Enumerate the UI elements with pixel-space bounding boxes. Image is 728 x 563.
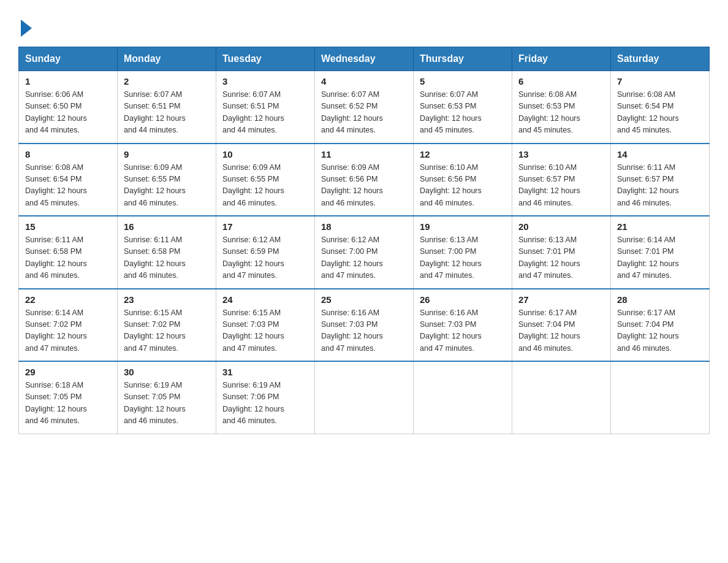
calendar-cell: 5Sunrise: 6:07 AMSunset: 6:53 PMDaylight… [414, 71, 512, 144]
day-info: Sunrise: 6:08 AMSunset: 6:53 PMDaylight:… [518, 89, 604, 137]
day-info: Sunrise: 6:07 AMSunset: 6:53 PMDaylight:… [420, 89, 506, 137]
calendar-cell: 25Sunrise: 6:16 AMSunset: 7:03 PMDayligh… [315, 289, 414, 362]
day-number: 28 [617, 294, 703, 305]
day-number: 27 [518, 294, 604, 305]
calendar-cell: 18Sunrise: 6:12 AMSunset: 7:00 PMDayligh… [315, 216, 414, 289]
day-info: Sunrise: 6:09 AMSunset: 6:55 PMDaylight:… [124, 162, 210, 210]
calendar-cell: 24Sunrise: 6:15 AMSunset: 7:03 PMDayligh… [216, 289, 315, 362]
day-number: 9 [124, 149, 210, 159]
day-number: 25 [321, 294, 407, 305]
calendar-cell: 17Sunrise: 6:12 AMSunset: 6:59 PMDayligh… [216, 216, 315, 289]
day-info: Sunrise: 6:10 AMSunset: 6:56 PMDaylight:… [420, 162, 506, 210]
day-number: 20 [518, 221, 604, 232]
calendar-cell: 22Sunrise: 6:14 AMSunset: 7:02 PMDayligh… [19, 289, 118, 362]
calendar-cell: 10Sunrise: 6:09 AMSunset: 6:55 PMDayligh… [216, 144, 315, 216]
day-number: 26 [420, 294, 506, 305]
calendar-cell: 8Sunrise: 6:08 AMSunset: 6:54 PMDaylight… [19, 144, 118, 216]
day-info: Sunrise: 6:11 AMSunset: 6:57 PMDaylight:… [617, 162, 703, 210]
day-number: 22 [25, 294, 111, 305]
calendar-cell [512, 361, 611, 434]
calendar-cell: 21Sunrise: 6:14 AMSunset: 7:01 PMDayligh… [611, 216, 710, 289]
calendar-cell: 2Sunrise: 6:07 AMSunset: 6:51 PMDaylight… [118, 71, 216, 144]
day-number: 5 [420, 76, 506, 86]
day-info: Sunrise: 6:12 AMSunset: 6:59 PMDaylight:… [222, 234, 308, 282]
calendar-header-monday: Monday [118, 47, 216, 71]
day-number: 10 [222, 149, 308, 159]
calendar-cell: 1Sunrise: 6:06 AMSunset: 6:50 PMDaylight… [19, 71, 118, 144]
day-info: Sunrise: 6:13 AMSunset: 7:00 PMDaylight:… [420, 234, 506, 282]
day-info: Sunrise: 6:18 AMSunset: 7:05 PMDaylight:… [25, 380, 111, 427]
calendar-cell: 16Sunrise: 6:11 AMSunset: 6:58 PMDayligh… [118, 216, 216, 289]
logo [18, 18, 32, 34]
calendar-header-thursday: Thursday [414, 47, 512, 71]
calendar-cell: 30Sunrise: 6:19 AMSunset: 7:05 PMDayligh… [118, 361, 216, 434]
calendar-cell: 19Sunrise: 6:13 AMSunset: 7:00 PMDayligh… [414, 216, 512, 289]
day-number: 7 [617, 76, 703, 86]
day-number: 3 [222, 76, 308, 86]
day-number: 11 [321, 149, 407, 159]
calendar-week-row: 22Sunrise: 6:14 AMSunset: 7:02 PMDayligh… [19, 289, 710, 362]
calendar-header-friday: Friday [512, 47, 611, 71]
day-number: 21 [617, 221, 703, 232]
day-number: 12 [420, 149, 506, 159]
day-info: Sunrise: 6:11 AMSunset: 6:58 PMDaylight:… [124, 234, 210, 282]
day-info: Sunrise: 6:11 AMSunset: 6:58 PMDaylight:… [25, 234, 111, 282]
day-number: 16 [124, 221, 210, 232]
day-info: Sunrise: 6:19 AMSunset: 7:05 PMDaylight:… [124, 380, 210, 427]
day-number: 4 [321, 76, 407, 86]
calendar-cell: 29Sunrise: 6:18 AMSunset: 7:05 PMDayligh… [19, 361, 118, 434]
calendar-cell: 6Sunrise: 6:08 AMSunset: 6:53 PMDaylight… [512, 71, 611, 144]
calendar-week-row: 8Sunrise: 6:08 AMSunset: 6:54 PMDaylight… [19, 144, 710, 216]
calendar-cell: 13Sunrise: 6:10 AMSunset: 6:57 PMDayligh… [512, 144, 611, 216]
day-number: 14 [617, 149, 703, 159]
day-info: Sunrise: 6:09 AMSunset: 6:55 PMDaylight:… [222, 162, 308, 210]
day-info: Sunrise: 6:06 AMSunset: 6:50 PMDaylight:… [25, 89, 111, 137]
day-info: Sunrise: 6:08 AMSunset: 6:54 PMDaylight:… [25, 162, 111, 210]
calendar-cell: 23Sunrise: 6:15 AMSunset: 7:02 PMDayligh… [118, 289, 216, 362]
day-number: 8 [25, 149, 111, 159]
day-number: 1 [25, 76, 111, 86]
calendar-week-row: 29Sunrise: 6:18 AMSunset: 7:05 PMDayligh… [19, 361, 710, 434]
day-info: Sunrise: 6:16 AMSunset: 7:03 PMDaylight:… [321, 307, 407, 355]
day-number: 30 [124, 367, 210, 377]
calendar-cell: 20Sunrise: 6:13 AMSunset: 7:01 PMDayligh… [512, 216, 611, 289]
calendar-header-sunday: Sunday [19, 47, 118, 71]
calendar-cell: 15Sunrise: 6:11 AMSunset: 6:58 PMDayligh… [19, 216, 118, 289]
day-number: 15 [25, 221, 111, 232]
calendar-cell: 26Sunrise: 6:16 AMSunset: 7:03 PMDayligh… [414, 289, 512, 362]
day-number: 29 [25, 367, 111, 377]
calendar-week-row: 15Sunrise: 6:11 AMSunset: 6:58 PMDayligh… [19, 216, 710, 289]
day-info: Sunrise: 6:17 AMSunset: 7:04 PMDaylight:… [518, 307, 604, 355]
calendar-week-row: 1Sunrise: 6:06 AMSunset: 6:50 PMDaylight… [19, 71, 710, 144]
calendar-cell: 12Sunrise: 6:10 AMSunset: 6:56 PMDayligh… [414, 144, 512, 216]
calendar-cell: 7Sunrise: 6:08 AMSunset: 6:54 PMDaylight… [611, 71, 710, 144]
day-info: Sunrise: 6:09 AMSunset: 6:56 PMDaylight:… [321, 162, 407, 210]
calendar-cell: 27Sunrise: 6:17 AMSunset: 7:04 PMDayligh… [512, 289, 611, 362]
day-number: 13 [518, 149, 604, 159]
calendar-cell: 28Sunrise: 6:17 AMSunset: 7:04 PMDayligh… [611, 289, 710, 362]
logo-arrow-icon [21, 20, 32, 37]
day-number: 6 [518, 76, 604, 86]
calendar-header-row: SundayMondayTuesdayWednesdayThursdayFrid… [19, 47, 710, 71]
day-info: Sunrise: 6:16 AMSunset: 7:03 PMDaylight:… [420, 307, 506, 355]
calendar-cell: 3Sunrise: 6:07 AMSunset: 6:51 PMDaylight… [216, 71, 315, 144]
day-info: Sunrise: 6:07 AMSunset: 6:52 PMDaylight:… [321, 89, 407, 137]
day-info: Sunrise: 6:07 AMSunset: 6:51 PMDaylight:… [124, 89, 210, 137]
day-info: Sunrise: 6:15 AMSunset: 7:02 PMDaylight:… [124, 307, 210, 355]
calendar-table: SundayMondayTuesdayWednesdayThursdayFrid… [18, 47, 710, 434]
calendar-cell [611, 361, 710, 434]
calendar-cell: 4Sunrise: 6:07 AMSunset: 6:52 PMDaylight… [315, 71, 414, 144]
day-info: Sunrise: 6:19 AMSunset: 7:06 PMDaylight:… [222, 380, 308, 427]
day-info: Sunrise: 6:13 AMSunset: 7:01 PMDaylight:… [518, 234, 604, 282]
day-number: 31 [222, 367, 308, 377]
day-info: Sunrise: 6:07 AMSunset: 6:51 PMDaylight:… [222, 89, 308, 137]
day-number: 2 [124, 76, 210, 86]
day-info: Sunrise: 6:10 AMSunset: 6:57 PMDaylight:… [518, 162, 604, 210]
day-info: Sunrise: 6:17 AMSunset: 7:04 PMDaylight:… [617, 307, 703, 355]
day-info: Sunrise: 6:14 AMSunset: 7:01 PMDaylight:… [617, 234, 703, 282]
day-number: 19 [420, 221, 506, 232]
calendar-cell: 31Sunrise: 6:19 AMSunset: 7:06 PMDayligh… [216, 361, 315, 434]
day-info: Sunrise: 6:08 AMSunset: 6:54 PMDaylight:… [617, 89, 703, 137]
calendar-cell: 9Sunrise: 6:09 AMSunset: 6:55 PMDaylight… [118, 144, 216, 216]
calendar-header-saturday: Saturday [611, 47, 710, 71]
